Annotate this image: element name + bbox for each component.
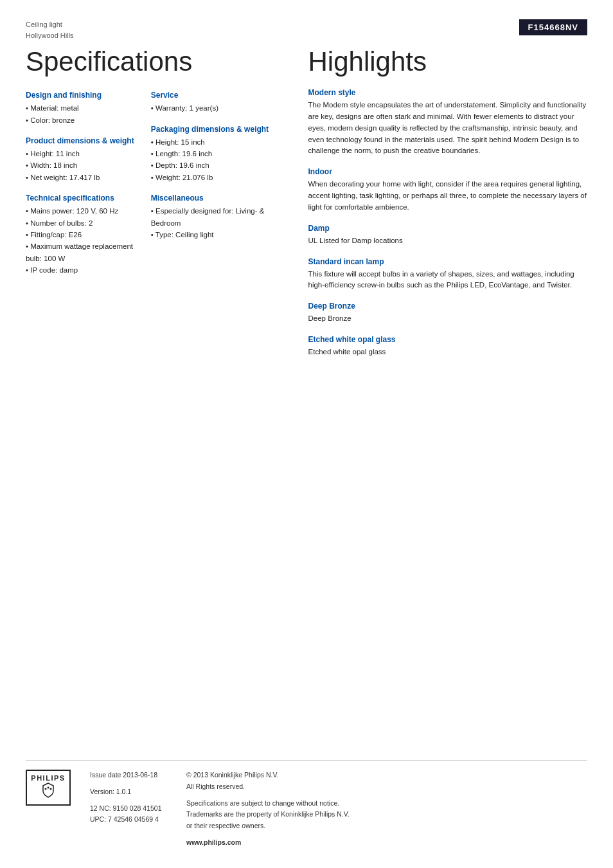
svg-point-1 [48, 787, 49, 789]
spec-section-title-design: Design and finishing [26, 91, 141, 100]
spec-item: Material: metal [26, 102, 141, 114]
spec-item: Mains power: 120 V, 60 Hz [26, 205, 141, 217]
spec-section-title-technical: Technical specifications [26, 194, 141, 203]
highlight-text-indoor: When decorating your home with light, co… [308, 179, 587, 213]
spec-item: Weight: 21.076 lb [151, 172, 276, 183]
spec-list-product-dims: Height: 11 inch Width: 18 inch Net weigh… [26, 148, 141, 183]
highlight-title-damp: Damp [308, 224, 587, 233]
spec-section-title-product-dims: Product dimensions & weight [26, 136, 141, 145]
header: Ceiling light Hollywood Hills F154668NV [26, 19, 587, 41]
highlight-text-damp: UL Listed for Damp locations [308, 235, 587, 247]
model-badge: F154668NV [519, 19, 587, 35]
footer-legal: © 2013 Koninklijke Philips N.V. All Righ… [186, 770, 587, 849]
highlights-title: Highlights [308, 47, 587, 77]
highlight-indoor: Indoor When decorating your home with li… [308, 167, 587, 213]
footer-meta: Issue date 2013-06-18 Version: 1.0.1 12 … [90, 770, 173, 826]
product-category: Ceiling light Hollywood Hills [26, 19, 74, 41]
page-title: Specifications [26, 47, 276, 77]
spec-item: Length: 19.6 inch [151, 148, 276, 159]
spec-item: Warranty: 1 year(s) [151, 102, 276, 114]
spec-section-title-service: Service [151, 91, 276, 100]
spec-section-title-packaging: Packaging dimensions & weight [151, 125, 276, 134]
legal-text: Specifications are subject to change wit… [186, 798, 587, 833]
spec-item: Depth: 19.6 inch [151, 159, 276, 171]
philips-logo-shield [38, 782, 58, 800]
spec-item: Type: Ceiling light [151, 229, 276, 240]
highlight-etched-glass: Etched white opal glass Etched white opa… [308, 335, 587, 358]
footer: PHILIPS Issue date 2013-06-18 Version: 1… [26, 760, 587, 849]
highlight-title-modern-style: Modern style [308, 88, 587, 97]
spec-list-misc: Especially designed for: Living- & Bedro… [151, 205, 276, 240]
highlight-text-standard-incan: This fixture will accept bulbs in a vari… [308, 269, 587, 292]
spec-item: Height: 15 inch [151, 136, 276, 148]
nc: 12 NC: 9150 028 41501 [90, 803, 173, 815]
version: Version: 1.0.1 [90, 786, 173, 798]
product-name: Hollywood Hills [26, 30, 74, 41]
right-column: Highlights Modern style The Modern style… [296, 47, 587, 368]
specs-col1: Design and finishing Material: metal Col… [26, 91, 151, 286]
spec-list-packaging: Height: 15 inch Length: 19.6 inch Depth:… [151, 136, 276, 184]
upc: UPC: 7 42546 04569 4 [90, 814, 173, 826]
spec-section-product-dims: Product dimensions & weight Height: 11 i… [26, 136, 141, 183]
spec-item: IP code: damp [26, 264, 141, 276]
svg-point-2 [50, 788, 52, 790]
spec-list-design: Material: metal Color: bronze [26, 102, 141, 126]
spec-item: Number of bulbs: 2 [26, 217, 141, 229]
spec-item: Maximum wattage replacement bulb: 100 W [26, 240, 141, 264]
highlight-standard-incan: Standard incan lamp This fixture will ac… [308, 257, 587, 292]
spec-section-title-misc: Miscellaneous [151, 194, 276, 203]
category-label: Ceiling light [26, 19, 74, 30]
highlight-title-etched-glass: Etched white opal glass [308, 335, 587, 344]
specs-inner: Design and finishing Material: metal Col… [26, 91, 276, 286]
highlight-title-indoor: Indoor [308, 167, 587, 176]
highlight-title-standard-incan: Standard incan lamp [308, 257, 587, 266]
spec-section-misc: Miscellaneous Especially designed for: L… [151, 194, 276, 240]
philips-logo: PHILIPS [26, 770, 77, 806]
philips-logo-text: PHILIPS [31, 774, 65, 782]
highlight-title-deep-bronze: Deep Bronze [308, 302, 587, 311]
spec-item: Net weight: 17.417 lb [26, 172, 141, 183]
highlight-text-modern-style: The Modern style encapsulates the art of… [308, 100, 587, 157]
philips-logo-box: PHILIPS [26, 770, 71, 806]
specs-col2: Service Warranty: 1 year(s) Packaging di… [151, 91, 276, 286]
left-column: Specifications Design and finishing Mate… [26, 47, 296, 368]
highlight-deep-bronze: Deep Bronze Deep Bronze [308, 302, 587, 325]
main-content: Specifications Design and finishing Mate… [26, 47, 587, 368]
spec-item: Especially designed for: Living- & Bedro… [151, 205, 276, 229]
issue-date: Issue date 2013-06-18 [90, 770, 173, 781]
highlight-text-deep-bronze: Deep Bronze [308, 313, 587, 325]
spec-item: Height: 11 inch [26, 148, 141, 159]
spec-section-design: Design and finishing Material: metal Col… [26, 91, 141, 126]
copyright: © 2013 Koninklijke Philips N.V. [186, 770, 587, 781]
spec-item: Width: 18 inch [26, 159, 141, 171]
rights: All Rights reserved. [186, 781, 587, 793]
svg-point-0 [45, 788, 47, 790]
highlight-damp: Damp UL Listed for Damp locations [308, 224, 587, 247]
spec-section-packaging: Packaging dimensions & weight Height: 15… [151, 125, 276, 184]
spec-list-service: Warranty: 1 year(s) [151, 102, 276, 114]
website[interactable]: www.philips.com [186, 837, 587, 849]
spec-section-technical: Technical specifications Mains power: 12… [26, 194, 141, 276]
spec-item: Fitting/cap: E26 [26, 229, 141, 240]
highlight-modern-style: Modern style The Modern style encapsulat… [308, 88, 587, 157]
spec-section-service: Service Warranty: 1 year(s) [151, 91, 276, 114]
spec-list-technical: Mains power: 120 V, 60 Hz Number of bulb… [26, 205, 141, 276]
highlight-text-etched-glass: Etched white opal glass [308, 347, 587, 358]
spec-item: Color: bronze [26, 114, 141, 126]
page: Ceiling light Hollywood Hills F154668NV … [0, 0, 613, 868]
